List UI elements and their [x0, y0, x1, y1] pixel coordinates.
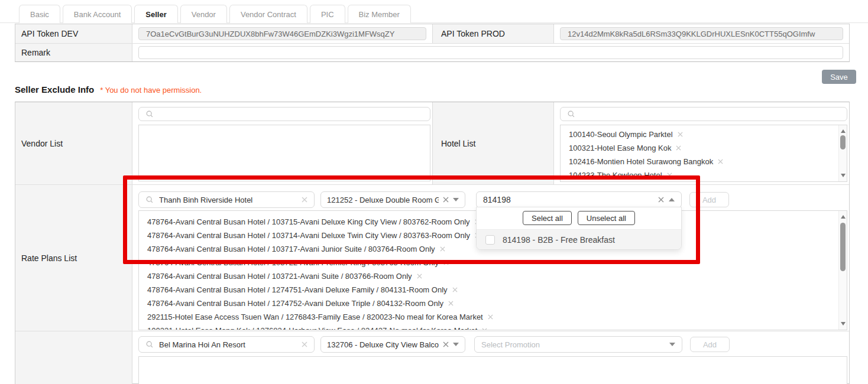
promo-hotel-search-input[interactable]: [159, 340, 296, 349]
remove-icon[interactable]: [452, 287, 458, 292]
rate-plan-select-value: 814198: [483, 195, 653, 204]
vendor-search-box[interactable]: [138, 107, 430, 121]
section-title: Seller Exclude Info: [15, 84, 94, 95]
rate-plan-item: 100321-Hotel Ease Mong Kok / 1276834-Har…: [139, 324, 847, 330]
remark-field[interactable]: [138, 46, 843, 59]
tab-bank-account[interactable]: Bank Account: [63, 5, 132, 23]
promotion-row-label: [15, 331, 132, 384]
remove-icon[interactable]: [482, 328, 487, 330]
promotion-select[interactable]: Select Promotion: [474, 336, 682, 353]
promotion-row-cell: 132706 - Deluxe City View Balco... Selec…: [132, 331, 849, 384]
promo-room-select[interactable]: 132706 - Deluxe City View Balco...: [320, 336, 465, 353]
api-token-dev-field[interactable]: [138, 27, 426, 40]
scrollbar-thumb[interactable]: [840, 223, 846, 271]
rate-plan-item: 478764-Avani Central Busan Hotel / 10372…: [139, 256, 847, 269]
hotel-search-box[interactable]: [560, 107, 847, 121]
caret-down-icon: [669, 343, 675, 346]
tab-basic[interactable]: Basic: [19, 5, 60, 23]
tab-vendor[interactable]: Vendor: [180, 5, 227, 23]
vendor-search-input[interactable]: [159, 110, 423, 119]
search-icon: [145, 340, 154, 349]
option-label: 814198 - B2B - Free Breakfast: [503, 235, 615, 245]
clear-icon[interactable]: [658, 197, 664, 203]
hotel-item-text: 102416-Montien Hotel Surawong Bangkok: [569, 157, 713, 166]
dropdown-actions: Select all Unselect all: [477, 207, 681, 229]
hotel-search-input[interactable]: [581, 110, 840, 119]
rate-plan-select[interactable]: 814198: [476, 191, 682, 208]
promotion-add-button[interactable]: Add: [690, 337, 730, 352]
search-icon: [145, 196, 154, 204]
caret-up-icon: [669, 198, 675, 201]
remove-icon[interactable]: [488, 314, 493, 320]
remove-icon[interactable]: [448, 301, 454, 306]
seller-exclude-table: Vendor List Hotel List: [15, 102, 850, 384]
tab-biz-member[interactable]: Biz Member: [348, 5, 411, 23]
rate-plan-item: 478764-Avani Central Busan Hotel / 12747…: [139, 297, 847, 310]
rate-plan-item-text: 478764-Avani Central Busan Hotel / 12747…: [147, 299, 443, 308]
clear-icon[interactable]: [302, 341, 307, 347]
hotel-item-text: 100321-Hotel Ease Mong Kok: [569, 144, 671, 152]
vendor-list-cell: [132, 102, 432, 184]
dropdown-option[interactable]: 814198 - B2B - Free Breakfast: [477, 229, 681, 249]
remove-icon[interactable]: [417, 274, 422, 279]
rate-hotel-search-box[interactable]: [138, 191, 315, 208]
scroll-up-icon[interactable]: [841, 215, 846, 219]
hotel-list-item: 100140-Seoul Olympic Parktel: [561, 128, 847, 141]
select-all-button[interactable]: Select all: [523, 211, 572, 225]
clear-icon[interactable]: [443, 197, 449, 203]
promo-room-select-value: 132706 - Deluxe City View Balco...: [327, 340, 439, 349]
rate-plans-scrollbar[interactable]: [838, 211, 847, 330]
hotel-item-text: 104233-The Kowloon Hotel: [569, 171, 662, 180]
caret-down-icon: [453, 198, 459, 201]
rate-plan-item-text: 478764-Avani Central Busan Hotel / 10371…: [147, 245, 435, 253]
api-token-prod-label: API Token PROD: [432, 24, 554, 43]
option-checkbox[interactable]: [485, 235, 495, 245]
tab-pic[interactable]: PIC: [310, 5, 345, 23]
scroll-down-icon[interactable]: [841, 174, 846, 177]
rate-plan-item-text: 478764-Avani Central Busan Hotel / 12747…: [147, 285, 448, 294]
caret-down-icon: [453, 343, 459, 346]
tab-vendor-contract[interactable]: Vendor Contract: [229, 5, 307, 23]
rate-plan-item-text: 478764-Avani Central Busan Hotel / 10372…: [147, 272, 412, 281]
remove-icon[interactable]: [667, 173, 672, 178]
search-icon: [567, 110, 575, 118]
hotel-scrollbar[interactable]: [838, 125, 847, 181]
clear-icon[interactable]: [302, 197, 307, 203]
rate-plan-item-text: 478764-Avani Central Busan Hotel / 10371…: [147, 231, 470, 240]
rate-plan-dropdown-panel: Select all Unselect all 814198 - B2B - F…: [476, 207, 682, 250]
remove-icon[interactable]: [678, 132, 683, 137]
rate-room-select-value: 121252 - Deluxe Double Room G...: [327, 196, 439, 204]
promotion-controls: 132706 - Deluxe City View Balco... Selec…: [138, 336, 847, 353]
remove-icon[interactable]: [443, 260, 449, 265]
rate-plan-item-text: 478764-Avani Central Busan Hotel / 10371…: [147, 217, 470, 226]
tab-seller[interactable]: Seller: [134, 5, 177, 23]
rate-plans-controls: 121252 - Deluxe Double Room G... 814198: [138, 191, 847, 208]
rate-plan-item: 478764-Avani Central Busan Hotel / 12747…: [139, 283, 847, 297]
permission-note: * You do not have permission.: [100, 86, 202, 95]
hotel-item-text: 100140-Seoul Olympic Parktel: [569, 130, 673, 139]
rate-plan-item: 292115-Hotel Ease Access Tsuen Wan / 127…: [139, 310, 847, 324]
scrollbar-thumb[interactable]: [840, 135, 846, 149]
hotel-list-item: 104233-The Kowloon Hotel: [561, 168, 847, 182]
rate-plan-item-text: 292115-Hotel Ease Access Tsuen Wan / 127…: [147, 313, 483, 321]
hotel-list-item: 100321-Hotel Ease Mong Kok: [561, 141, 847, 155]
rate-plans-add-button[interactable]: Add: [689, 192, 729, 207]
rate-plans-label: Rate Plans List: [15, 185, 132, 331]
remark-label: Remark: [15, 44, 132, 61]
api-token-prod-field[interactable]: [560, 27, 843, 40]
remove-icon[interactable]: [676, 145, 681, 151]
remove-icon[interactable]: [440, 246, 445, 252]
scroll-down-icon[interactable]: [841, 322, 846, 326]
rate-plan-item-text: 100321-Hotel Ease Mong Kok / 1276834-Har…: [147, 326, 477, 330]
api-token-dev-label: API Token DEV: [15, 24, 132, 43]
remove-icon[interactable]: [718, 159, 723, 164]
scroll-up-icon[interactable]: [841, 129, 846, 133]
unselect-all-button[interactable]: Unselect all: [578, 211, 635, 225]
rate-room-select[interactable]: 121252 - Deluxe Double Room G...: [320, 191, 465, 208]
rate-hotel-search-input[interactable]: [159, 196, 296, 204]
promotion-select-placeholder: Select Promotion: [481, 340, 665, 349]
clear-icon[interactable]: [443, 341, 449, 347]
search-icon: [145, 110, 154, 118]
promo-hotel-search-box[interactable]: [138, 336, 315, 353]
save-button[interactable]: Save: [822, 70, 856, 84]
